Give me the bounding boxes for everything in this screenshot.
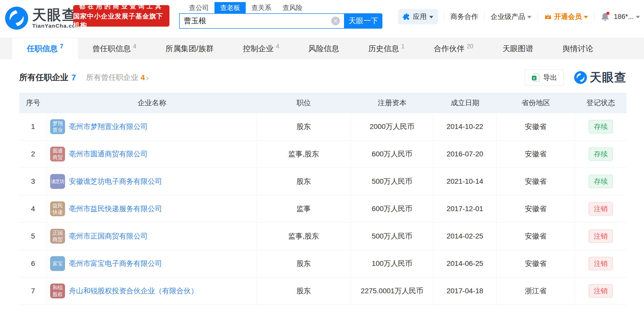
company-name-link[interactable]: 亳州市正国商贸有限公司 — [69, 231, 148, 241]
divider — [484, 12, 485, 21]
tianyancha-eye-icon — [5, 6, 29, 30]
chevron-down-icon — [429, 16, 433, 18]
excel-icon: x — [531, 73, 540, 82]
clear-search-icon[interactable]: ✕ — [331, 17, 340, 25]
capital-cell: 500万人民币 — [351, 223, 434, 250]
capital-cell: 600万人民币 — [351, 140, 434, 168]
company-name-link[interactable]: 亳州市益民快递服务有限公司 — [69, 204, 162, 214]
status-cell: 注销 — [575, 250, 627, 277]
table-row: 6 富宝 亳州市富宝电子商务有限公司 股东 100万人民币 2014-06-25… — [19, 250, 627, 277]
company-name-link[interactable]: 亳州市圆通商贸有限公司 — [69, 149, 148, 159]
tab-count-badge: 4 — [133, 43, 136, 50]
apps-label: 应用 — [413, 12, 427, 21]
chevron-down-icon — [527, 16, 531, 18]
row-index: 7 — [19, 277, 47, 305]
chevron-right-icon: › — [146, 73, 149, 82]
apps-menu[interactable]: 应用 — [398, 9, 438, 24]
company-logo: 谯芝坊 — [50, 174, 65, 189]
status-badge: 注销 — [589, 202, 613, 215]
search-type-tab[interactable]: 查公司 — [183, 2, 214, 13]
section-title: 所有任职企业 — [19, 72, 68, 83]
promo-line2: 国家中小企业发展子基金旗下机构 — [73, 12, 169, 30]
company-logo: 和锐 股权 — [50, 284, 65, 298]
company-logo: 富宝 — [50, 256, 65, 271]
col-header-index: 序号 — [19, 93, 47, 113]
divider — [444, 12, 444, 21]
section-tab[interactable]: 曾任职信息 4 — [78, 38, 151, 59]
position-cell: 股东 — [257, 168, 351, 195]
tab-count-badge: 1 — [401, 43, 405, 50]
status-badge: 存续 — [589, 120, 613, 133]
puzzle-icon — [403, 13, 410, 20]
status-badge: 存续 — [589, 175, 613, 188]
table-header-row: 序号 企业名称 职位 注册资本 成立日期 省份地区 登记状态 — [19, 93, 627, 113]
company-name-link[interactable]: 舟山和锐股权投资合伙企业（有限合伙） — [69, 286, 198, 296]
position-cell: 监事,股东 — [257, 140, 351, 168]
search-type-tab[interactable]: 查老板 — [214, 2, 246, 13]
section-head: 所有任职企业 7 所有曾任职企业 4 › x 导出 天眼查 — [19, 69, 627, 86]
nav-cooperation[interactable]: 商务合作 — [450, 12, 478, 21]
founded-date-cell: 2017-04-18 — [433, 277, 497, 305]
row-index: 5 — [19, 223, 47, 250]
section-tabbar: 任职信息 7 曾任职信息 4 所属集团/族群 控制企业 4 风险信息 历史信息 … — [0, 38, 644, 59]
company-name-link[interactable]: 亳州市梦翔置业有限公司 — [69, 122, 148, 132]
nav-enterprise-products[interactable]: 企业级产品 — [491, 12, 531, 21]
row-index: 6 — [19, 250, 47, 277]
company-name-link[interactable]: 安徽谯芝坊电子商务有限公司 — [69, 177, 162, 186]
company-cell: 富宝 亳州市富宝电子商务有限公司 — [47, 250, 257, 277]
search-type-tab[interactable]: 查关系 — [246, 2, 277, 13]
section-title-count: 7 — [71, 73, 76, 82]
col-header-date: 成立日期 — [433, 93, 497, 113]
company-logo: 梦翔 置业 — [50, 119, 65, 134]
company-cell: 益民 快递 亳州市益民快递服务有限公司 — [47, 195, 257, 222]
capital-cell: 2000万人民币 — [351, 113, 434, 140]
status-cell: 存续 — [575, 168, 627, 195]
section-tab[interactable]: 任职信息 7 — [12, 38, 78, 59]
founded-date-cell: 2014-10-22 — [433, 113, 497, 140]
col-header-capital: 注册资本 — [351, 93, 434, 113]
section-tab[interactable]: 所属集团/族群 — [151, 38, 228, 59]
crown-icon — [544, 13, 552, 20]
tab-count-badge: 4 — [276, 43, 279, 50]
province-cell: 安徽省 — [497, 223, 575, 250]
search-type-tab[interactable]: 查风险 — [277, 2, 308, 13]
position-cell: 监事,股东 — [257, 223, 351, 250]
tianyancha-logo[interactable]: 天眼查 TianYanCha.com — [5, 6, 81, 30]
notification-bell-icon[interactable] — [600, 12, 610, 22]
status-badge: 注销 — [589, 284, 613, 298]
section-tab[interactable]: 控制企业 4 — [228, 38, 294, 59]
province-cell: 浙江省 — [497, 277, 575, 305]
former-positions-link[interactable]: 所有曾任职企业 4 › — [86, 72, 149, 83]
capital-cell: 500万人民币 — [351, 168, 434, 195]
header-nav: 应用 商务合作 企业级产品 开通会员 186*. — [398, 8, 640, 25]
section-tab[interactable]: 合作伙伴 20 — [419, 38, 488, 59]
section-tab[interactable]: 历史信息 1 — [354, 38, 419, 59]
status-cell: 注销 — [575, 223, 627, 250]
user-account[interactable]: 186*... — [614, 13, 640, 21]
svg-text:x: x — [533, 76, 535, 80]
table-row: 3 谯芝坊 安徽谯芝坊电子商务有限公司 股东 500万人民币 2021-10-1… — [19, 168, 627, 195]
status-badge: 存续 — [589, 147, 613, 161]
table-row: 2 圆通 商贸 亳州市圆通商贸有限公司 监事,股东 600万人民币 2016-0… — [19, 140, 627, 168]
company-logo: 正国 商贸 — [50, 229, 65, 244]
company-name-link[interactable]: 亳州市富宝电子商务有限公司 — [69, 259, 162, 268]
section-tab[interactable]: 天眼图谱 — [488, 38, 548, 59]
company-cell: 和锐 股权 舟山和锐股权投资合伙企业（有限合伙） — [47, 277, 257, 305]
search-button[interactable]: 天眼一下 — [345, 13, 382, 29]
province-cell: 安徽省 — [497, 113, 575, 140]
table-row: 1 梦翔 置业 亳州市梦翔置业有限公司 股东 2000万人民币 2014-10-… — [19, 113, 627, 140]
search-input-wrap: ✕ — [179, 13, 345, 29]
export-button[interactable]: x 导出 — [525, 69, 564, 86]
tab-count-badge: 7 — [60, 43, 63, 50]
positions-table: 序号 企业名称 职位 注册资本 成立日期 省份地区 登记状态 1 梦翔 置业 亳… — [19, 93, 627, 305]
status-cell: 存续 — [575, 140, 627, 168]
promo-banner: 都在用的商业查询工具 国家中小企业发展子基金旗下机构 — [73, 5, 169, 27]
section-tab[interactable]: 风险信息 — [294, 38, 354, 59]
section-tab[interactable]: 舆情讨论 — [548, 38, 608, 59]
position-cell: 监事 — [257, 195, 351, 222]
nav-vip[interactable]: 开通会员 — [544, 12, 588, 21]
capital-cell: 2275.0001万人民币 — [351, 277, 434, 305]
capital-cell: 100万人民币 — [351, 250, 434, 277]
search-input[interactable] — [184, 17, 331, 25]
tianyancha-watermark: 天眼查 — [574, 70, 627, 85]
